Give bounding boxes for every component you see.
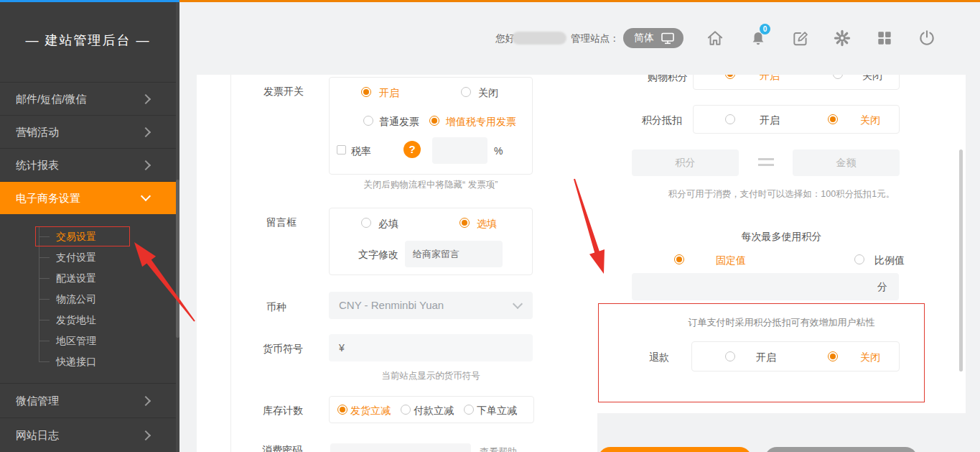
points-deduction-label: 积分抵扣 bbox=[642, 114, 682, 127]
stock-pay-label: 付款立减 bbox=[414, 405, 454, 418]
trade-settings-left-panel: 发票开关 开启 关闭 普通发票 增值税专用发票 税率 ? % 关闭后购物流程中将… bbox=[197, 75, 597, 452]
stock-count-label: 库存计数 bbox=[263, 405, 303, 418]
redacted-username bbox=[512, 32, 566, 45]
invoice-on-radio[interactable] bbox=[361, 87, 371, 97]
stock-pay-radio[interactable] bbox=[401, 405, 411, 415]
ratio-value-label: 比例值 bbox=[874, 254, 905, 267]
invoice-vat-label: 增值税专用发票 bbox=[446, 116, 516, 129]
language-label: 简体 bbox=[634, 32, 654, 45]
chevron-right-icon bbox=[141, 160, 151, 170]
message-box-label: 留言框 bbox=[266, 216, 297, 229]
invoice-off-label: 关闭 bbox=[478, 87, 498, 100]
chevron-down-icon bbox=[141, 191, 151, 201]
pay-password-label: 消费密码 bbox=[262, 444, 302, 452]
annotation-box-refund-area bbox=[598, 303, 925, 402]
message-edit-label: 文字修改 bbox=[358, 249, 398, 262]
sidebar-item-delivery-settings[interactable]: 配送设置 bbox=[46, 269, 164, 287]
percent-sign: % bbox=[494, 145, 503, 157]
monitor-icon bbox=[661, 32, 675, 45]
help-question-icon[interactable]: ? bbox=[403, 141, 421, 158]
sidebar-item-express-interface[interactable]: 快递接口 bbox=[46, 352, 164, 371]
settings-gear-icon[interactable] bbox=[833, 29, 851, 47]
ratio-value-radio[interactable] bbox=[854, 254, 864, 264]
save-button[interactable] bbox=[598, 447, 752, 452]
chevron-right-icon bbox=[141, 94, 151, 104]
invoice-switch-label: 发票开关 bbox=[263, 86, 304, 98]
message-required-radio[interactable] bbox=[361, 218, 371, 228]
stock-order-label: 下单立减 bbox=[477, 405, 517, 418]
max-points-input[interactable]: 分 bbox=[632, 273, 899, 300]
home-icon[interactable] bbox=[706, 29, 724, 47]
apps-grid-icon[interactable] bbox=[875, 29, 894, 47]
invoice-on-label: 开启 bbox=[379, 87, 399, 100]
sidebar-title: — 建站管理后台 — bbox=[0, 32, 176, 49]
currency-symbol-label: 货币符号 bbox=[263, 343, 303, 356]
language-site-button[interactable]: 简体 bbox=[623, 28, 683, 48]
sidebar-item-site-log[interactable]: 网站日志 bbox=[0, 418, 176, 452]
tax-rate-checkbox[interactable] bbox=[337, 145, 346, 154]
sidebar-item-statistics[interactable]: 统计报表 bbox=[0, 148, 176, 181]
fixed-value-label: 固定值 bbox=[716, 254, 746, 267]
admin-backend-page: — 建站管理后台 — 邮件/短信/微信 营销活动 统计报表 电子商务设置 交易设… bbox=[0, 0, 980, 452]
annotation-box-trade-settings bbox=[35, 226, 130, 246]
points-deduction-on-radio[interactable] bbox=[725, 114, 735, 124]
currency-label: 币种 bbox=[266, 301, 286, 314]
currency-value: CNY - Renminbi Yuan bbox=[339, 299, 444, 311]
submenu-tree-line bbox=[39, 227, 39, 362]
message-optional-label: 选填 bbox=[477, 218, 497, 231]
pay-password-input[interactable] bbox=[330, 443, 471, 452]
sidebar-item-region-management[interactable]: 地区管理 bbox=[46, 331, 164, 350]
sidebar-item-payment-settings[interactable]: 支付设置 bbox=[46, 248, 164, 267]
invoice-off-radio[interactable] bbox=[461, 87, 471, 97]
message-text-input[interactable]: 给商家留言 bbox=[405, 241, 503, 267]
sidebar-top-accent bbox=[0, 0, 179, 2]
invoice-vat-radio[interactable] bbox=[429, 116, 439, 126]
sidebar-item-shipping-address[interactable]: 发货地址 bbox=[46, 310, 164, 329]
sidebar-item-ecommerce-settings[interactable]: 电子商务设置 bbox=[0, 181, 176, 214]
content-scrollbar-thumb[interactable] bbox=[959, 149, 963, 372]
power-logout-icon[interactable] bbox=[918, 29, 936, 47]
sidebar-item-mail-sms-wechat[interactable]: 邮件/短信/微信 bbox=[0, 82, 176, 115]
currency-symbol-input[interactable]: ¥ bbox=[329, 334, 533, 361]
chevron-right-icon bbox=[141, 396, 151, 406]
message-required-label: 必填 bbox=[378, 218, 398, 231]
notification-badge: 0 bbox=[760, 24, 770, 34]
cancel-button[interactable] bbox=[765, 447, 918, 452]
chevron-right-icon bbox=[141, 430, 151, 441]
points-deduction-off-radio[interactable] bbox=[828, 114, 838, 124]
sidebar-item-logistics-company[interactable]: 物流公司 bbox=[46, 290, 164, 308]
site-label: 管理站点： bbox=[571, 32, 620, 45]
amount-input[interactable]: 金额 bbox=[793, 149, 900, 176]
chevron-right-icon bbox=[141, 127, 151, 137]
chevron-down-icon bbox=[513, 299, 523, 309]
edit-icon[interactable] bbox=[791, 29, 810, 47]
shopping-points-label: 购物积分 bbox=[648, 75, 688, 84]
tax-rate-input[interactable] bbox=[432, 137, 487, 164]
sidebar-item-marketing[interactable]: 营销活动 bbox=[0, 115, 176, 148]
top-accent-bar bbox=[179, 0, 980, 2]
stock-order-radio[interactable] bbox=[464, 405, 474, 415]
message-optional-radio[interactable] bbox=[459, 218, 470, 228]
panel-divider-line bbox=[230, 75, 231, 452]
points-usage-hint: 积分可用于消费，支付时可以选择如：100积分抵扣1元。 bbox=[597, 188, 966, 200]
tax-rate-label: 税率 bbox=[351, 145, 371, 158]
shopping-points-on-label: 开启 bbox=[760, 75, 780, 83]
shopping-points-off-label: 关闭 bbox=[862, 75, 882, 83]
currency-select[interactable]: CNY - Renminbi Yuan bbox=[329, 292, 533, 319]
fixed-value-radio[interactable] bbox=[674, 254, 684, 264]
points-deduction-on-label: 开启 bbox=[760, 114, 780, 127]
stock-ship-radio[interactable] bbox=[337, 405, 347, 415]
currency-symbol-hint: 当前站点显示的货币符号 bbox=[329, 370, 533, 382]
equals-icon bbox=[758, 158, 774, 170]
view-help-link[interactable]: 查看帮助 bbox=[480, 446, 517, 452]
message-fieldset: 必填 选填 文字修改 给商家留言 bbox=[329, 208, 533, 275]
invoice-fieldset: 开启 关闭 普通发票 增值税专用发票 税率 ? % bbox=[329, 77, 533, 175]
sidebar-scrollbar-thumb[interactable] bbox=[176, 180, 179, 338]
sidebar-item-wechat-management[interactable]: 微信管理 bbox=[0, 383, 176, 418]
invoice-normal-label: 普通发票 bbox=[379, 116, 419, 129]
stock-count-fieldset: 发货立减 付款立减 下单立减 bbox=[329, 396, 534, 423]
invoice-hint: 关闭后购物流程中将隐藏“ 发票项” bbox=[329, 179, 533, 191]
max-points-title: 每次最多使用积分 bbox=[597, 231, 966, 244]
points-input[interactable]: 积分 bbox=[632, 149, 739, 176]
invoice-normal-radio[interactable] bbox=[363, 116, 373, 126]
